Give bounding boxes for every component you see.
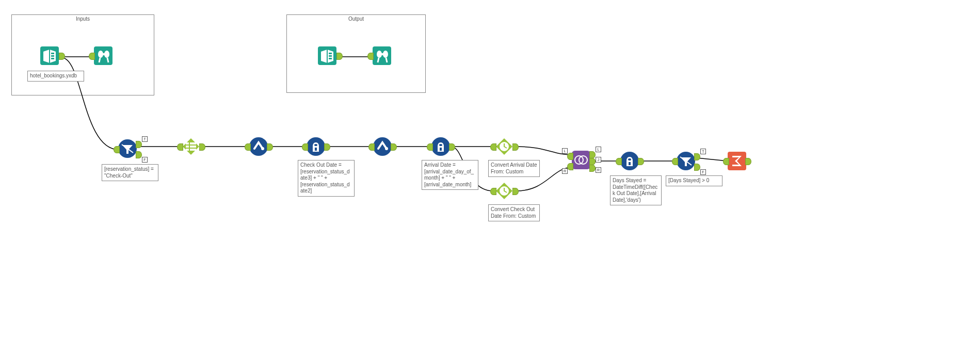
select-tool[interactable] [182, 137, 200, 156]
dt2-in[interactable] [490, 188, 496, 195]
join-l-in[interactable] [567, 153, 573, 160]
svg-rect-12 [373, 46, 391, 65]
datetime2-label: Convert Check Out Date From: Custom [488, 204, 540, 221]
svg-rect-7 [102, 53, 105, 55]
output-title: Output [287, 15, 425, 23]
join-l-out-tag: L [596, 147, 601, 152]
datetime-tool-1[interactable] [495, 137, 513, 156]
join-j-tag: J [596, 157, 601, 163]
join-r-out[interactable] [589, 165, 596, 172]
formula-tool-2[interactable] [431, 137, 450, 156]
svg-point-28 [314, 144, 317, 146]
select-out[interactable] [199, 143, 205, 151]
join-l-out[interactable] [589, 151, 596, 158]
filter1-t-out[interactable] [136, 141, 142, 148]
svg-point-6 [104, 51, 109, 58]
svg-rect-22 [190, 142, 196, 144]
dt1-in[interactable] [490, 143, 496, 151]
formula3-label: Days Stayed = DateTimeDiff([Check Out Da… [610, 175, 662, 205]
summarize-in[interactable] [723, 158, 729, 165]
summarize-tool[interactable] [728, 152, 746, 170]
input-out-anchor[interactable] [59, 53, 65, 60]
browse-tool-2[interactable] [373, 46, 391, 65]
input-data-tool[interactable] [40, 46, 59, 65]
svg-rect-1 [51, 53, 54, 54]
inputs-title: Inputs [12, 15, 154, 23]
input-file-label: hotel_bookings.yxdb [27, 71, 84, 82]
filter2-label: [Days Stayed] > 0 [666, 175, 722, 186]
dt2-out[interactable] [512, 188, 519, 195]
svg-point-26 [261, 147, 264, 150]
join-r-in[interactable] [567, 163, 573, 170]
formula1-label: Check Out Date = [reservation_status_dat… [298, 160, 355, 197]
svg-rect-10 [329, 55, 332, 57]
dc1-out[interactable] [267, 143, 273, 151]
summarize-out[interactable] [745, 158, 751, 165]
svg-point-25 [249, 137, 268, 156]
data-cleansing-tool-2[interactable] [373, 137, 392, 156]
filter1-in[interactable] [114, 146, 120, 153]
dc1-in[interactable] [245, 143, 251, 151]
filter1-f-out[interactable] [136, 151, 142, 158]
inputs-container: Inputs [11, 14, 154, 95]
svg-rect-19 [186, 142, 189, 144]
svg-rect-44 [629, 162, 631, 165]
filter1-label: [reservation_status] = "Check-Out" [102, 164, 158, 181]
datetime1-label: Convert Arrival Date From: Custom [488, 160, 540, 177]
svg-rect-11 [329, 58, 332, 59]
svg-rect-15 [381, 53, 383, 55]
svg-rect-20 [186, 146, 189, 148]
formula3-out[interactable] [638, 158, 644, 165]
output-container: Output [286, 14, 426, 93]
svg-rect-21 [186, 149, 189, 151]
select-in[interactable] [177, 143, 183, 151]
svg-point-14 [383, 51, 388, 58]
filter2-t-out[interactable] [694, 153, 700, 160]
filter2-t-tag: T [700, 149, 706, 154]
browse1-in-anchor[interactable] [89, 53, 95, 60]
svg-point-31 [385, 147, 388, 150]
output-out-anchor[interactable] [336, 53, 343, 60]
svg-rect-4 [94, 46, 113, 65]
svg-rect-2 [51, 55, 54, 57]
join-tool[interactable] [572, 151, 590, 169]
filter-tool-1[interactable] [118, 139, 137, 158]
dc2-out[interactable] [391, 143, 397, 151]
data-cleansing-tool-1[interactable] [249, 137, 268, 156]
svg-point-30 [373, 137, 392, 156]
join-l-tag: L [562, 148, 568, 154]
filter-tool-2[interactable] [677, 152, 695, 170]
dt1-out[interactable] [512, 143, 519, 151]
formula1-in[interactable] [302, 143, 308, 151]
output-data-tool[interactable] [318, 46, 336, 65]
svg-rect-9 [329, 53, 332, 54]
svg-point-33 [439, 144, 442, 146]
join-r-tag-in: R [562, 168, 568, 174]
filter2-in[interactable] [672, 158, 678, 165]
filter2-f-out[interactable] [694, 164, 700, 171]
svg-point-43 [628, 158, 631, 160]
formula3-in[interactable] [616, 158, 622, 165]
svg-rect-34 [440, 148, 442, 151]
browse-tool-1[interactable] [94, 46, 113, 65]
formula2-in[interactable] [427, 143, 433, 151]
svg-rect-29 [315, 148, 317, 151]
svg-rect-23 [190, 146, 196, 148]
formula2-label: Arrival Date = [arrival_date_day_of_mont… [422, 160, 478, 190]
dc2-in[interactable] [368, 143, 375, 151]
svg-rect-3 [51, 58, 54, 59]
formula-tool-1[interactable] [307, 137, 325, 156]
join-r-out-tag: R [596, 167, 601, 173]
browse2-in-anchor[interactable] [367, 53, 374, 60]
filter1-f-tag: F [142, 157, 148, 163]
filter1-t-tag: T [142, 136, 148, 142]
formula2-out[interactable] [449, 143, 455, 151]
svg-rect-24 [190, 149, 196, 151]
filter2-f-tag: F [700, 169, 706, 175]
datetime-tool-2[interactable] [495, 182, 513, 200]
join-j-out[interactable] [589, 158, 596, 165]
formula1-out[interactable] [324, 143, 330, 151]
formula-tool-3[interactable] [620, 152, 639, 170]
